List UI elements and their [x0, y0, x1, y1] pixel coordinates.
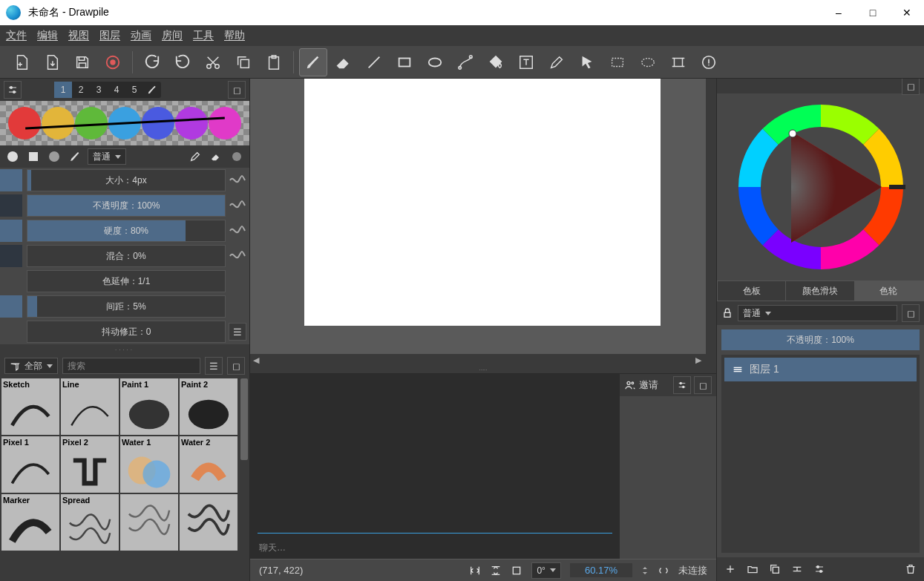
- canvas[interactable]: [304, 79, 661, 326]
- opacity-slider[interactable]: 不透明度：100%: [27, 194, 226, 217]
- menu-layer[interactable]: 图层: [99, 29, 120, 42]
- brush-slot-3[interactable]: 3: [90, 82, 108, 98]
- brush-mode-icon[interactable]: [67, 148, 83, 165]
- ellipse-tool-button[interactable]: [421, 48, 449, 76]
- preset-search-input[interactable]: 搜索: [62, 358, 200, 374]
- add-layer-button[interactable]: [721, 560, 739, 578]
- bezier-tool-button[interactable]: [451, 48, 479, 76]
- hardness-curve-icon[interactable]: [229, 222, 246, 240]
- copy-button[interactable]: [229, 48, 258, 76]
- record-button[interactable]: [99, 48, 127, 76]
- color-undock-icon[interactable]: ◻: [902, 79, 920, 95]
- rotation-dropdown[interactable]: 0°: [531, 562, 560, 579]
- preset-marker[interactable]: Marker: [1, 494, 59, 551]
- menu-room[interactable]: 房间: [162, 29, 183, 42]
- save-button[interactable]: [68, 48, 96, 76]
- stabilizer-menu-icon[interactable]: ☰: [229, 323, 246, 341]
- blend-mode-dropdown[interactable]: 普通: [88, 148, 126, 165]
- eraser-slot-icon[interactable]: [143, 82, 161, 98]
- hardness-min-swatch[interactable]: [0, 220, 22, 242]
- minimize-button[interactable]: –: [822, 0, 856, 25]
- undo-button[interactable]: [138, 48, 166, 76]
- opacity-curve-icon[interactable]: [229, 197, 246, 214]
- preset-paint1[interactable]: Paint 1: [120, 378, 178, 435]
- new-file-button[interactable]: [7, 48, 36, 76]
- select-rect-tool-button[interactable]: [603, 48, 632, 76]
- close-button[interactable]: ✕: [890, 0, 924, 25]
- layer-undock-icon[interactable]: ◻: [902, 304, 920, 322]
- paste-button[interactable]: [260, 48, 288, 76]
- delete-layer-button[interactable]: [902, 560, 920, 578]
- undock-icon[interactable]: ◻: [228, 81, 246, 99]
- brush-slot-4[interactable]: 4: [108, 82, 125, 98]
- canvas-vscrollbar[interactable]: [706, 79, 716, 354]
- menu-help[interactable]: 帮助: [224, 29, 245, 42]
- line-tool-button[interactable]: [360, 48, 388, 76]
- smudge-curve-icon[interactable]: [229, 247, 246, 265]
- brush-slot-2[interactable]: 2: [72, 82, 90, 98]
- hardness-slider[interactable]: 硬度：80%: [27, 220, 226, 242]
- reset-rotation-icon[interactable]: [511, 565, 522, 577]
- merge-layer-button[interactable]: [788, 560, 806, 578]
- size-curve-icon[interactable]: [229, 171, 246, 189]
- preset-menu-icon[interactable]: ☰: [205, 357, 223, 375]
- spacing-min-swatch[interactable]: [0, 295, 22, 318]
- redo-button[interactable]: [168, 48, 197, 76]
- inspector-tool-button[interactable]: [695, 48, 723, 76]
- open-file-button[interactable]: [38, 48, 66, 76]
- size-min-swatch[interactable]: [0, 169, 22, 191]
- preset-water1[interactable]: Water 1: [120, 436, 178, 493]
- brush-tool-button[interactable]: [299, 48, 327, 76]
- brush-slot-1[interactable]: 1: [54, 82, 72, 98]
- color-picker-tool-button[interactable]: [543, 48, 571, 76]
- preset-paint2[interactable]: Paint 2: [180, 378, 237, 435]
- user-settings-icon[interactable]: [673, 376, 691, 394]
- menu-edit[interactable]: 编辑: [37, 29, 58, 42]
- preset-extra2[interactable]: [180, 494, 237, 551]
- flip-h-icon[interactable]: [469, 565, 481, 577]
- preset-extra1[interactable]: [120, 494, 178, 551]
- preset-water2[interactable]: Water 2: [180, 436, 237, 493]
- preset-scrollbar[interactable]: [239, 377, 249, 581]
- eraser-tool-button[interactable]: [330, 48, 358, 76]
- menu-file[interactable]: 文件: [6, 29, 27, 42]
- eyedrop-icon[interactable]: [187, 148, 203, 165]
- select-lasso-tool-button[interactable]: [634, 48, 662, 76]
- rectangle-tool-button[interactable]: [390, 48, 419, 76]
- preset-pixel2[interactable]: Pixel 2: [61, 436, 119, 493]
- preset-spread[interactable]: Spread: [61, 494, 119, 551]
- layer-visibility-icon[interactable]: [732, 364, 744, 375]
- cut-button[interactable]: [199, 48, 227, 76]
- invite-button[interactable]: 邀请: [639, 378, 658, 392]
- transform-tool-button[interactable]: [664, 48, 692, 76]
- chat-input[interactable]: 聊天…: [250, 536, 620, 559]
- add-group-button[interactable]: [744, 560, 761, 578]
- hard-tip-icon[interactable]: [4, 148, 21, 165]
- tab-sliders[interactable]: 颜色滑块: [786, 281, 854, 301]
- smudge-slider[interactable]: 混合：0%: [27, 245, 226, 267]
- tab-swatches[interactable]: 色板: [718, 281, 786, 301]
- preset-filter-dropdown[interactable]: 全部: [4, 358, 58, 374]
- alpha-lock-icon[interactable]: [229, 148, 245, 165]
- menu-view[interactable]: 视图: [68, 29, 89, 42]
- user-undock-icon[interactable]: ◻: [694, 376, 712, 394]
- soft-tip-icon[interactable]: [46, 148, 62, 165]
- menu-tools[interactable]: 工具: [193, 29, 214, 42]
- square-tip-icon[interactable]: [25, 148, 42, 165]
- preset-undock-icon[interactable]: ◻: [227, 357, 245, 375]
- brush-slot-5[interactable]: 5: [125, 82, 143, 98]
- layer-properties-button[interactable]: [810, 560, 828, 578]
- color-pickup-slider[interactable]: 色延伸：1/1: [27, 270, 226, 292]
- lock-icon[interactable]: [721, 307, 733, 319]
- tab-wheel[interactable]: 色轮: [855, 281, 923, 301]
- stabilizer-slider[interactable]: 抖动修正：0: [27, 321, 226, 343]
- fill-tool-button[interactable]: [482, 48, 510, 76]
- layer-blend-dropdown[interactable]: 普通: [738, 305, 897, 321]
- opacity-min-swatch[interactable]: [0, 194, 22, 217]
- pointer-tool-button[interactable]: [573, 48, 601, 76]
- layer-item[interactable]: 图层 1: [724, 358, 917, 381]
- canvas-viewport[interactable]: [250, 79, 716, 354]
- layer-opacity-slider[interactable]: 不透明度：100%: [721, 329, 920, 350]
- preset-sketch[interactable]: Sketch: [1, 378, 59, 435]
- text-tool-button[interactable]: [512, 48, 540, 76]
